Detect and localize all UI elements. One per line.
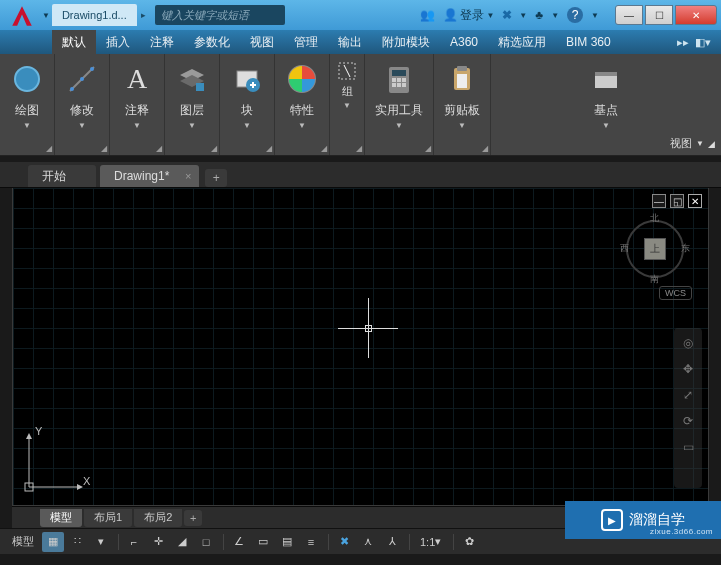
search-input[interactable]: 键入关键字或短语 — [155, 5, 285, 25]
maximize-button[interactable]: ☐ — [645, 5, 673, 25]
viewport-minimize-icon[interactable]: — — [652, 194, 666, 208]
basepoint-icon[interactable] — [589, 62, 623, 96]
close-button[interactable]: ✕ — [675, 5, 717, 25]
panel-draw-dropdown-icon[interactable]: ▼ — [23, 121, 31, 130]
tab-insert[interactable]: 插入 — [96, 30, 140, 54]
panel-expand-icon[interactable]: ◢ — [46, 144, 52, 153]
panel-utilities-dropdown-icon[interactable]: ▼ — [395, 121, 403, 130]
status-history-icon[interactable]: ≡ — [300, 532, 322, 552]
status-osnap-icon[interactable]: □ — [195, 532, 217, 552]
nav-showmotion-icon[interactable]: ▭ — [679, 438, 697, 456]
viewcube[interactable]: 上 北 南 西 东 — [620, 214, 690, 284]
panel-expand-icon[interactable]: ◢ — [321, 144, 327, 153]
minimize-button[interactable]: — — [615, 5, 643, 25]
file-tab-dropdown-icon[interactable]: ▸ — [137, 10, 151, 20]
status-gear-icon[interactable]: ✿ — [458, 532, 480, 552]
tab-parametric[interactable]: 参数化 — [184, 30, 240, 54]
layout-tab-2[interactable]: 布局2 — [134, 509, 182, 527]
a360-icon[interactable]: ♣ — [535, 8, 543, 22]
signin-button[interactable]: 👤 登录 ▼ — [443, 7, 494, 24]
status-scale-button[interactable]: 1:1 ▾ — [414, 532, 447, 552]
viewcube-face-top[interactable]: 上 — [644, 238, 666, 260]
ucs-icon: Y X — [21, 425, 91, 497]
calculator-icon[interactable] — [382, 62, 416, 96]
tab-addins[interactable]: 附加模块 — [372, 30, 440, 54]
panel-group-dropdown-icon[interactable]: ▼ — [343, 101, 351, 110]
tab-bim360[interactable]: BIM 360 — [556, 30, 621, 54]
panel-basepoint-dropdown-icon[interactable]: ▼ — [602, 121, 610, 130]
move-icon[interactable] — [65, 62, 99, 96]
status-more-icon[interactable]: ▾ — [90, 532, 112, 552]
exchange-dropdown-icon[interactable]: ▼ — [519, 11, 527, 20]
block-icon[interactable] — [230, 62, 264, 96]
nav-pan-icon[interactable]: ✥ — [679, 360, 697, 378]
status-isodraft-icon[interactable]: ◢ — [171, 532, 193, 552]
ribbon-panel: 绘图 ▼ ◢ 修改 ▼ ◢ A 注释 ▼ ◢ 图层 ▼ ◢ 块 ▼ ◢ 特性 ▼… — [0, 54, 721, 156]
doc-tab-start[interactable]: 开始 — [28, 165, 96, 187]
panel-clipboard-dropdown-icon[interactable]: ▼ — [458, 121, 466, 130]
nav-wheel-icon[interactable]: ◎ — [679, 334, 697, 352]
nav-orbit-icon[interactable]: ⟳ — [679, 412, 697, 430]
status-ortho-icon[interactable]: ⌐ — [123, 532, 145, 552]
viewport-maximize-icon[interactable]: ◱ — [670, 194, 684, 208]
panel-expand-icon[interactable]: ◢ — [482, 144, 488, 153]
text-icon[interactable]: A — [120, 62, 154, 96]
status-annomonitor-icon[interactable]: ⋏ — [357, 532, 379, 552]
tab-output[interactable]: 输出 — [328, 30, 372, 54]
status-annoscale-icon[interactable]: ⅄ — [381, 532, 403, 552]
tab-a360[interactable]: A360 — [440, 30, 488, 54]
panel-expand-icon[interactable]: ◢ — [425, 144, 431, 153]
status-polar-icon[interactable]: ✛ — [147, 532, 169, 552]
status-transparency-icon[interactable]: ▤ — [276, 532, 298, 552]
layout-tab-1[interactable]: 布局1 — [84, 509, 132, 527]
properties-icon[interactable] — [285, 62, 319, 96]
tab-manage[interactable]: 管理 — [284, 30, 328, 54]
clipboard-icon[interactable] — [445, 62, 479, 96]
a360-dropdown-icon[interactable]: ▼ — [551, 11, 559, 20]
tab-featured[interactable]: 精选应用 — [488, 30, 556, 54]
tab-annotate[interactable]: 注释 — [140, 30, 184, 54]
wcs-label[interactable]: WCS — [659, 286, 692, 300]
status-lineweight-icon[interactable]: ▭ — [252, 532, 274, 552]
layout-tab-model[interactable]: 模型 — [40, 509, 82, 527]
panel-properties-dropdown-icon[interactable]: ▼ — [298, 121, 306, 130]
app-logo-icon[interactable] — [8, 3, 36, 29]
help-dropdown-icon[interactable]: ▼ — [591, 11, 599, 20]
panel-expand-icon[interactable]: ◢ — [211, 144, 217, 153]
doc-tab-drawing1[interactable]: Drawing1* × — [100, 165, 199, 187]
status-cycling-icon[interactable]: ✖ — [333, 532, 355, 552]
panel-expand-icon[interactable]: ◢ — [101, 144, 107, 153]
panel-block-dropdown-icon[interactable]: ▼ — [243, 121, 251, 130]
help-icon[interactable]: ? — [567, 7, 583, 23]
circle-icon[interactable] — [10, 62, 44, 96]
infocenter-icon[interactable]: 👥 — [420, 8, 435, 22]
viewport-close-icon[interactable]: ✕ — [688, 194, 702, 208]
tab-close-icon[interactable]: × — [185, 170, 191, 182]
panel-expand-icon[interactable]: ◢ — [156, 144, 162, 153]
status-model-button[interactable]: 模型 — [6, 532, 40, 552]
panel-layers-dropdown-icon[interactable]: ▼ — [188, 121, 196, 130]
new-tab-button[interactable]: + — [205, 169, 227, 187]
tab-default[interactable]: 默认 — [52, 30, 96, 54]
group-icon[interactable] — [336, 60, 358, 82]
tab-view[interactable]: 视图 — [240, 30, 284, 54]
file-tab[interactable]: Drawing1.d... — [52, 4, 137, 26]
layers-icon[interactable] — [175, 62, 209, 96]
drawing-canvas[interactable]: — ◱ ✕ 上 北 南 西 东 WCS ◎ ✥ ⤢ ⟳ ▭ Y X — [12, 188, 709, 506]
view-panel-dropdown-icon[interactable]: ▼ — [696, 139, 704, 148]
exchange-icon[interactable]: ✖ — [502, 8, 511, 22]
status-grid-icon[interactable]: ▦ — [42, 532, 64, 552]
ribbon-minimize-icon[interactable]: ◧▾ — [695, 36, 711, 49]
search-placeholder-label: 键入关键字或短语 — [161, 8, 249, 23]
status-otrack-icon[interactable]: ∠ — [228, 532, 250, 552]
layout-add-button[interactable]: + — [184, 510, 202, 526]
nav-zoom-icon[interactable]: ⤢ — [679, 386, 697, 404]
ribbon-overflow-icon[interactable]: ▸▸ — [677, 36, 689, 49]
view-panel-expand-icon[interactable]: ◢ — [708, 139, 715, 149]
panel-expand-icon[interactable]: ◢ — [266, 144, 272, 153]
app-menu-dropdown-icon[interactable]: ▼ — [42, 11, 50, 20]
panel-modify-dropdown-icon[interactable]: ▼ — [78, 121, 86, 130]
panel-expand-icon[interactable]: ◢ — [356, 144, 362, 153]
panel-annotation-dropdown-icon[interactable]: ▼ — [133, 121, 141, 130]
status-snapmode-icon[interactable]: ∷ — [66, 532, 88, 552]
